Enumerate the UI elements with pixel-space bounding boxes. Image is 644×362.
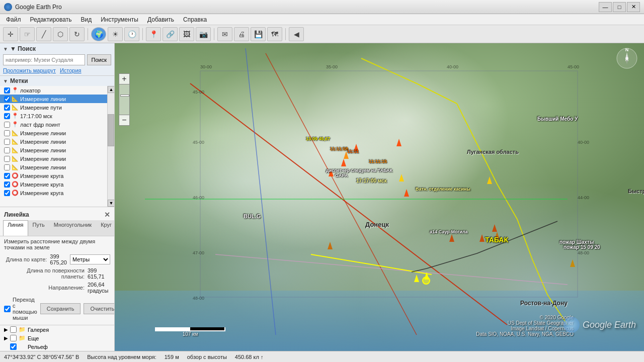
mark-checkbox-9[interactable]	[4, 156, 10, 162]
hand-tool-button[interactable]: ☞	[20, 27, 35, 41]
marks-list-item-8[interactable]: 📐 Измерение линии	[0, 146, 107, 154]
menu-help[interactable]: Справка	[179, 15, 211, 24]
marks-list-item-5[interactable]: 📍 ласт фдр поинт	[0, 120, 107, 129]
ruler-clear-button[interactable]: Очистить	[84, 303, 115, 314]
sidebar-scrollbar[interactable]: ▲ ▼	[107, 86, 114, 207]
ruler-tab-line[interactable]: Линия	[3, 220, 28, 236]
mark-checkbox-11[interactable]	[4, 173, 10, 179]
svg-point-40	[625, 57, 628, 60]
print-button[interactable]: 🖨	[234, 27, 249, 41]
gallery-item[interactable]: ▶ 📁 Галерея	[0, 325, 114, 334]
more-label: Еще	[28, 335, 39, 341]
mark-icon-2: 📐	[12, 96, 19, 102]
scroll-up-button[interactable]: ▲	[108, 86, 114, 93]
gallery-checkbox[interactable]	[10, 326, 17, 333]
rotate-tool-button[interactable]: ↻	[69, 27, 85, 41]
ruler-tab-polygon[interactable]: Многоугольник	[49, 220, 96, 236]
marks-list-item-4[interactable]: 📍 17:17:00 мск	[0, 112, 107, 120]
search-header: ▼ ▼ Поиск	[3, 45, 111, 52]
image-overlay-button[interactable]: 🖼	[179, 27, 194, 41]
menu-view[interactable]: Вид	[76, 15, 96, 24]
menu-file[interactable]: Файл	[2, 15, 25, 24]
menu-tools[interactable]: Инструменты	[97, 15, 142, 24]
placemark-button[interactable]: 📍	[146, 27, 161, 41]
title-left: Google Earth Pro	[4, 3, 62, 11]
more-item[interactable]: ▶ 📁 Еще	[0, 334, 114, 342]
marks-list-item-12[interactable]: ⭕ Измерение круга	[0, 180, 107, 189]
mark-checkbox-1[interactable]	[4, 87, 10, 94]
line-tool-button[interactable]: ╱	[36, 27, 51, 41]
close-button[interactable]: ✕	[627, 2, 640, 12]
marks-list-item-10[interactable]: 📐 Измерение линии	[0, 163, 107, 171]
zoom-in-button[interactable]: +	[119, 73, 130, 84]
status-altitude-value: 159 м	[165, 354, 179, 360]
ruler-unit-select[interactable]: Метры Километры Мили	[70, 254, 110, 264]
titlebar: Google Earth Pro — □ ✕	[0, 0, 644, 14]
movie-button[interactable]: 📷	[196, 27, 211, 41]
scale-bar: 107 км	[155, 327, 225, 337]
compass[interactable]: N	[616, 47, 638, 69]
ruler-tab-circle[interactable]: Круг	[96, 220, 115, 236]
marks-list-item-9[interactable]: 📐 Измерение линии	[0, 154, 107, 163]
mark-checkbox-7[interactable]	[4, 139, 10, 145]
email-button[interactable]: ✉	[217, 27, 232, 41]
ruler-mouse-nav-checkbox[interactable]	[4, 306, 11, 312]
save-image-button[interactable]: 💾	[251, 27, 266, 41]
left-panel: ▼ ▼ Поиск Поиск Проложить маршрут Истори…	[0, 43, 115, 351]
marks-list-item-2[interactable]: 📐 Измерение линии	[0, 95, 107, 103]
marks-list-item-11[interactable]: ⭕ Измерение круга	[0, 171, 107, 180]
marks-list-item-7[interactable]: 📐 Измерение линии	[0, 137, 107, 146]
earth-view-button[interactable]: 🌍	[91, 27, 106, 41]
minimize-button[interactable]: —	[599, 2, 612, 12]
select-tool-button[interactable]: ✛	[3, 27, 18, 41]
marks-list-item-3[interactable]: 📐 Измерение пути	[0, 103, 107, 112]
ruler-map-length-label: Длина по карте:	[4, 256, 47, 262]
mark-checkbox-10[interactable]	[4, 164, 10, 170]
mark-checkbox-2[interactable]	[4, 96, 10, 102]
mark-checkbox-12[interactable]	[4, 182, 10, 188]
more-checkbox[interactable]	[10, 335, 17, 341]
mark-checkbox-13[interactable]	[4, 190, 10, 196]
historical-button[interactable]: 🕐	[124, 27, 139, 41]
zoom-controls: + −	[119, 73, 130, 126]
ruler-actions: Переход с помощью мыши Сохранить Очистит…	[0, 295, 114, 323]
mark-checkbox-3[interactable]	[4, 105, 10, 111]
mark-label-5: ласт фдр поинт	[20, 122, 60, 128]
zoom-slider[interactable]	[119, 84, 130, 115]
ruler-close-button[interactable]: ✕	[104, 211, 110, 219]
mark-icon-7: 📐	[12, 138, 19, 145]
search-input[interactable]	[3, 54, 85, 65]
marks-list-item-6[interactable]: 📐 Измерение линии	[0, 129, 107, 137]
menu-add[interactable]: Добавить	[143, 15, 178, 24]
route-link[interactable]: Проложить маршрут	[3, 67, 56, 73]
search-button[interactable]: Поиск	[87, 54, 111, 65]
mark-checkbox-4[interactable]	[4, 113, 10, 119]
network-link-button[interactable]: 🔗	[163, 27, 178, 41]
menu-edit[interactable]: Редактировать	[26, 15, 76, 24]
toolbar-separator-1	[88, 28, 88, 40]
sun-button[interactable]: ☀	[108, 27, 123, 41]
relief-checkbox[interactable]	[10, 343, 17, 350]
mark-checkbox-6[interactable]	[4, 130, 10, 136]
mark-checkbox-8[interactable]	[4, 147, 10, 153]
map-button[interactable]: 🗺	[267, 27, 282, 41]
directions-button[interactable]: ◀	[289, 27, 304, 41]
zoom-out-button[interactable]: −	[119, 115, 130, 126]
history-link[interactable]: История	[60, 67, 82, 73]
maximize-button[interactable]: □	[613, 2, 626, 12]
ruler-save-button[interactable]: Сохранить	[40, 303, 81, 314]
ruler-map-length-value: 399 675,20	[50, 253, 67, 265]
map-area[interactable]: 30-00 35-00 40-00 45-00 45-00 45-00 46-0…	[115, 43, 644, 351]
marks-list-item-13[interactable]: ⭕ Измерение круга	[0, 189, 107, 197]
scroll-down-button[interactable]: ▼	[108, 200, 114, 207]
scroll-thumb[interactable]	[108, 114, 114, 146]
status-view-value: 450.68 кл ↑	[235, 354, 264, 360]
polygon-tool-button[interactable]: ⬡	[53, 27, 68, 41]
marks-list-item-1[interactable]: 📍 локатор	[0, 86, 107, 95]
relief-item[interactable]: ▶ Рельеф	[0, 342, 114, 351]
ruler-tab-path[interactable]: Путь	[28, 220, 49, 236]
mark-checkbox-5[interactable]	[4, 122, 10, 128]
mark-label-3: Измерение пути	[20, 105, 62, 111]
ruler-surface-length-row: Длина по поверхности планеты: 399 615,71	[0, 266, 114, 281]
mark-label-11: Измерение круга	[20, 173, 63, 179]
